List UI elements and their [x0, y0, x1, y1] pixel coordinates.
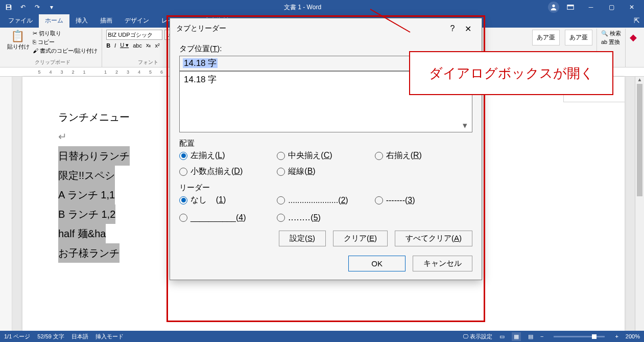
vertical-scrollbar[interactable]: ▲: [635, 77, 644, 331]
zoom-level[interactable]: 200%: [626, 333, 640, 339]
close-button[interactable]: ✕: [623, 2, 641, 13]
svg-point-0: [552, 5, 555, 7]
leader-group: なし (1) ......................(2) -------…: [179, 195, 472, 222]
paste-label: 貼り付け: [7, 43, 30, 51]
leader-dots-radio[interactable]: ......................(2): [277, 195, 374, 206]
paste-icon: 📋: [11, 30, 26, 43]
svg-rect-2: [567, 5, 574, 7]
align-right-radio[interactable]: 右揃え(R): [375, 150, 472, 161]
status-insert-mode[interactable]: 挿入モード: [96, 333, 124, 340]
paste-button[interactable]: 📋 貼り付け: [7, 30, 30, 51]
minimize-button[interactable]: ─: [582, 2, 600, 13]
subscript-button[interactable]: x₂: [146, 42, 151, 49]
doc-line-1: 日替わりランチ: [58, 146, 130, 166]
copy-button[interactable]: ⎘ コピー: [33, 38, 98, 46]
find-button[interactable]: 🔍 検索: [601, 30, 621, 37]
replace-button[interactable]: ab 置換: [601, 38, 620, 46]
zoom-out-button[interactable]: −: [540, 333, 543, 339]
leader-underline-radio[interactable]: __________(4): [179, 213, 277, 222]
group-clipboard: 📋 貼り付け ✂ 切り取り ⎘ コピー 🖌 書式のコピー/貼り付け クリップボー…: [3, 29, 102, 67]
strike-button[interactable]: abc: [133, 42, 142, 49]
leader-none-radio[interactable]: なし (1): [179, 195, 277, 206]
title-bar: ↶ ↷ ▾ 文書 1 - Word ─ ▢ ✕: [0, 0, 644, 14]
save-icon[interactable]: [3, 2, 14, 12]
underline-button[interactable]: U ▾: [120, 42, 129, 49]
zoom-slider[interactable]: [554, 336, 605, 337]
clear-button[interactable]: クリア(E): [333, 231, 388, 246]
bold-button[interactable]: B: [106, 42, 110, 49]
group-clipboard-label: クリップボード: [7, 59, 98, 67]
status-page[interactable]: 1/1 ページ: [4, 333, 30, 340]
help-button[interactable]: ?: [445, 21, 460, 36]
align-decimal-radio[interactable]: 小数点揃え(D): [179, 166, 277, 177]
redo-icon[interactable]: ↷: [32, 2, 43, 12]
maximize-button[interactable]: ▢: [602, 2, 621, 13]
doc-line-5: half 麺&ha: [58, 224, 106, 243]
alignment-label: 配置: [179, 139, 472, 148]
vertical-ruler[interactable]: [0, 77, 12, 331]
view-read-icon[interactable]: ▭: [499, 333, 505, 340]
tab-insert[interactable]: 挿入: [69, 14, 94, 28]
doc-line-3: A ランチ 1,1: [58, 185, 115, 204]
zoom-in-button[interactable]: +: [615, 333, 618, 339]
dialog-titlebar[interactable]: タブとリーダー ? ✕: [170, 18, 482, 39]
superscript-button[interactable]: x²: [155, 42, 159, 49]
status-language[interactable]: 日本語: [71, 333, 88, 340]
doc-line-2: 限定!!スペシ: [58, 166, 115, 185]
view-print-icon[interactable]: ▦: [512, 332, 521, 341]
format-painter-button[interactable]: 🖌 書式のコピー/貼り付け: [33, 47, 98, 55]
window-controls: ─ ▢ ✕: [548, 2, 641, 13]
view-web-icon[interactable]: ▤: [528, 333, 533, 340]
align-center-radio[interactable]: 中央揃え(C): [277, 150, 374, 161]
alignment-group: 左揃え(L) 中央揃え(C) 右揃え(R) 小数点揃え(D) 縦線(B): [179, 150, 472, 177]
quick-access-toolbar: ↶ ↷ ▾: [3, 2, 57, 12]
align-bar-radio[interactable]: 縦線(B): [277, 166, 374, 177]
group-addins: ◆: [626, 29, 641, 67]
qat-more-icon[interactable]: ▾: [46, 2, 57, 12]
addin-icon[interactable]: ◆: [630, 29, 637, 43]
document-title: 文書 1 - Word: [57, 3, 548, 12]
share-icon[interactable]: ⇱: [634, 16, 640, 25]
leader-label: リーダー: [179, 183, 472, 193]
commit-buttons: OK キャンセル: [179, 256, 472, 271]
doc-line-6: お子様ランチ: [58, 243, 120, 263]
dialog-close-button[interactable]: ✕: [460, 21, 475, 36]
style-sample-1[interactable]: あア亜: [532, 30, 560, 45]
cut-button[interactable]: ✂ 切り取り: [33, 30, 98, 37]
action-buttons: 設定(S) クリア(E) すべてクリア(A): [179, 231, 472, 246]
tab-design[interactable]: デザイン: [118, 14, 155, 28]
tab-draw[interactable]: 描画: [94, 14, 118, 28]
italic-button[interactable]: I: [114, 42, 116, 49]
ok-button[interactable]: OK: [348, 256, 406, 271]
status-bar: 1/1 ページ 52/59 文字 日本語 挿入モード 🖵 表示設定 ▭ ▦ ▤ …: [0, 331, 644, 342]
align-left-radio[interactable]: 左揃え(L): [179, 150, 277, 161]
display-settings-button[interactable]: 🖵 表示設定: [463, 333, 492, 340]
leader-middots-radio[interactable]: ‥‥‥‥(5): [277, 213, 374, 222]
tab-home[interactable]: ホーム: [39, 14, 69, 28]
account-icon[interactable]: [548, 2, 559, 13]
leader-dashes-radio[interactable]: -------(3): [375, 195, 472, 206]
ribbon-options-icon[interactable]: [561, 2, 580, 13]
font-name-select[interactable]: [106, 30, 162, 40]
tab-file[interactable]: ファイル: [2, 14, 39, 28]
set-button[interactable]: 設定(S): [279, 231, 326, 246]
clear-all-button[interactable]: すべてクリア(A): [395, 231, 472, 246]
cancel-button[interactable]: キャンセル: [413, 256, 472, 271]
doc-line-4: B ランチ 1,2: [58, 204, 115, 224]
undo-icon[interactable]: ↶: [17, 2, 29, 12]
style-sample-2[interactable]: あア亜: [565, 30, 592, 45]
scroll-down-icon[interactable]: ▾: [463, 120, 471, 131]
status-word-count[interactable]: 52/59 文字: [37, 333, 64, 340]
scrollbar-thumb[interactable]: [637, 84, 642, 196]
tutorial-callout: ダイアログボックスが開く: [409, 51, 613, 95]
